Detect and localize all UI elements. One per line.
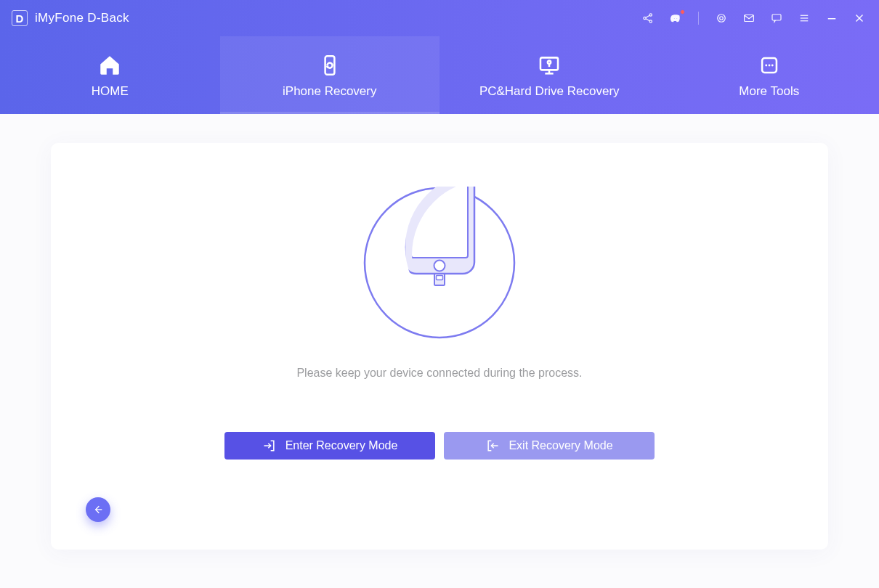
- close-button[interactable]: [851, 10, 867, 26]
- menu-icon[interactable]: [796, 10, 812, 26]
- titlebar: D iMyFone D-Back: [0, 0, 879, 36]
- exit-recovery-mode-label: Exit Recovery Mode: [509, 439, 612, 452]
- enter-recovery-mode-label: Enter Recovery Mode: [285, 439, 398, 452]
- svg-point-30: [434, 261, 445, 271]
- svg-point-25: [768, 64, 770, 66]
- phone-refresh-icon: [317, 52, 343, 78]
- svg-point-24: [765, 64, 767, 66]
- svg-point-26: [771, 64, 774, 66]
- svg-rect-32: [437, 276, 443, 280]
- tab-more-tools[interactable]: More Tools: [660, 36, 880, 114]
- svg-rect-10: [772, 15, 781, 20]
- svg-point-1: [649, 14, 652, 16]
- more-tools-icon: [756, 52, 782, 78]
- tab-pc-recovery[interactable]: PC&Hard Drive Recovery: [440, 36, 660, 114]
- svg-point-8: [720, 17, 724, 20]
- svg-line-3: [646, 15, 649, 17]
- app-logo-letter: D: [16, 12, 24, 25]
- feedback-icon[interactable]: [769, 10, 785, 26]
- svg-point-5: [673, 17, 675, 19]
- community-icon[interactable]: [668, 10, 684, 26]
- svg-line-4: [646, 19, 649, 21]
- svg-point-21: [548, 60, 551, 63]
- app-logo: D: [12, 10, 28, 26]
- tabbar: HOME iPhone Recovery PC&Hard Drive Recov…: [0, 36, 879, 114]
- enter-icon: [262, 438, 277, 453]
- svg-point-0: [644, 17, 646, 19]
- svg-point-2: [649, 20, 652, 23]
- settings-icon[interactable]: [713, 10, 729, 26]
- titlebar-divider: [698, 12, 699, 25]
- mail-icon[interactable]: [741, 10, 757, 26]
- svg-point-6: [676, 17, 678, 19]
- share-icon[interactable]: [640, 10, 656, 26]
- tab-iphone-recovery-label: iPhone Recovery: [283, 84, 376, 99]
- button-row: Enter Recovery Mode Exit Recovery Mode: [224, 432, 655, 460]
- back-button[interactable]: [86, 497, 110, 522]
- home-icon: [97, 52, 123, 78]
- instruction-text: Please keep your device connected during…: [296, 367, 582, 380]
- tab-pc-recovery-label: PC&Hard Drive Recovery: [479, 84, 620, 99]
- content-card: Please keep your device connected during…: [51, 143, 828, 550]
- device-connected-illustration: [363, 187, 516, 342]
- app-title: iMyFone D-Back: [35, 11, 129, 25]
- exit-recovery-mode-button[interactable]: Exit Recovery Mode: [444, 432, 655, 460]
- tab-more-tools-label: More Tools: [739, 84, 799, 99]
- tab-iphone-recovery[interactable]: iPhone Recovery: [220, 36, 440, 114]
- monitor-key-icon: [536, 52, 562, 78]
- enter-recovery-mode-button[interactable]: Enter Recovery Mode: [224, 432, 435, 460]
- main-area: Please keep your device connected during…: [0, 114, 879, 588]
- tab-home[interactable]: HOME: [0, 36, 220, 114]
- svg-rect-29: [411, 187, 468, 258]
- exit-icon: [485, 438, 500, 453]
- minimize-button[interactable]: [824, 10, 840, 26]
- tab-home-label: HOME: [92, 84, 129, 99]
- svg-point-7: [718, 15, 726, 23]
